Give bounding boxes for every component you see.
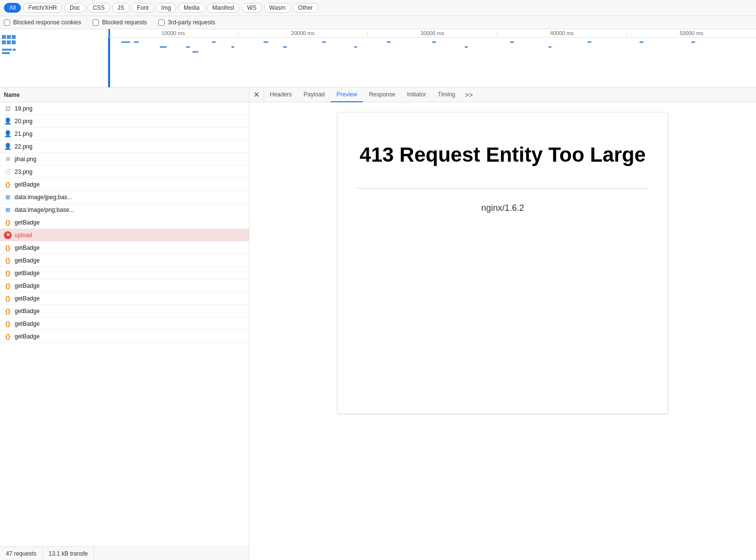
person-image-icon: 👤: [4, 117, 12, 125]
api-icon: {}: [4, 333, 12, 340]
list-item[interactable]: ⊞jihai.png: [0, 153, 249, 166]
timeline-bar: [283, 46, 287, 48]
filter-btn-css[interactable]: CSS: [87, 3, 110, 13]
item-name: getBadge: [15, 270, 39, 277]
list-item[interactable]: {}getBadge: [0, 267, 249, 280]
list-item[interactable]: {}getBadge: [0, 330, 249, 343]
devtools-panel: AllFetch/XHRDocCSSJSFontImgMediaManifest…: [0, 0, 756, 560]
timeline-area: 10000 ms 20000 ms 30000 ms 40000 ms 5000…: [0, 29, 756, 88]
tick-30000: 30000 ms: [367, 30, 497, 36]
api-icon: {}: [4, 282, 12, 290]
data-image-icon: ▦: [4, 206, 12, 214]
list-item[interactable]: ✕upload: [0, 229, 249, 242]
filter-btn-all[interactable]: All: [4, 3, 21, 13]
tab-initiator[interactable]: Initiator: [401, 88, 432, 102]
timeline-bar: [432, 41, 436, 43]
timeline-bar: [465, 46, 468, 48]
item-name: getBadge: [15, 244, 39, 251]
checkbox-3rd-party-requests[interactable]: 3rd-party requests: [158, 19, 215, 26]
api-icon: {}: [4, 244, 12, 252]
preview-divider: [357, 188, 648, 188]
request-count: 47 requests: [0, 547, 43, 560]
timeline-bar: [264, 41, 268, 43]
api-icon: {}: [4, 181, 12, 188]
item-name: 22.png: [15, 143, 33, 150]
tab-response[interactable]: Response: [363, 88, 401, 102]
request-list-panel: Name 🖼19.png👤20.png👤21.png👤22.png⊞jihai.…: [0, 88, 249, 560]
item-name: upload: [15, 232, 32, 239]
timeline-bar: [640, 41, 643, 43]
checkbox-row: Blocked response cookiesBlocked requests…: [0, 16, 756, 29]
person-image-icon: 👤: [4, 143, 12, 150]
filter-btn-fetch/xhr[interactable]: Fetch/XHR: [23, 3, 62, 13]
timeline-bar: [134, 41, 139, 43]
error-title: 413 Request Entity Too Large: [359, 142, 645, 168]
item-name: 20.png: [15, 118, 33, 125]
close-button[interactable]: ✕: [249, 88, 264, 102]
api-icon: {}: [4, 320, 12, 328]
tab-payload[interactable]: Payload: [298, 88, 330, 102]
preview-panel: ✕ HeadersPayloadPreviewResponseInitiator…: [249, 88, 756, 560]
more-tabs-button[interactable]: >>: [461, 88, 476, 102]
item-name: getBadge: [15, 320, 39, 327]
list-item[interactable]: 👤20.png: [0, 115, 249, 128]
transfer-size: 13.1 kB transfe: [43, 547, 94, 560]
timeline-bar: [510, 41, 514, 43]
filter-btn-media[interactable]: Media: [178, 3, 205, 13]
list-item[interactable]: {}getBadge: [0, 280, 249, 292]
checkbox-blocked-requests[interactable]: Blocked requests: [93, 19, 147, 26]
item-name: 23.png: [15, 168, 33, 175]
filter-btn-doc[interactable]: Doc: [64, 3, 85, 13]
checkbox-blocked-response-cookies[interactable]: Blocked response cookies: [4, 19, 81, 26]
list-item[interactable]: {}getBadge: [0, 242, 249, 254]
item-name: getBadge: [15, 257, 39, 264]
list-item[interactable]: 🖼19.png: [0, 102, 249, 115]
filter-btn-wasm[interactable]: Wasm: [264, 3, 291, 13]
timeline-bar: [322, 41, 326, 43]
filter-bar: AllFetch/XHRDocCSSJSFontImgMediaManifest…: [0, 0, 756, 16]
tab-timing[interactable]: Timing: [432, 88, 461, 102]
list-item[interactable]: ▦data:image/jpeg;bas...: [0, 191, 249, 204]
filter-btn-other[interactable]: Other: [293, 3, 318, 13]
preview-content: 413 Request Entity Too Large nginx/1.6.2: [249, 102, 756, 560]
timeline-bar: [160, 46, 167, 48]
api-icon: {}: [4, 307, 12, 315]
image-icon: 🖼: [4, 105, 12, 112]
filter-btn-manifest[interactable]: Manifest: [207, 3, 240, 13]
timeline-bar: [192, 51, 198, 53]
list-item[interactable]: 👤21.png: [0, 128, 249, 140]
timeline-bars: [108, 37, 756, 81]
item-name: getBadge: [15, 295, 39, 302]
filter-btn-ws[interactable]: WS: [242, 3, 262, 13]
list-item[interactable]: ▦data:image/png;base...: [0, 204, 249, 216]
timeline-bar: [387, 41, 391, 43]
list-item[interactable]: {}getBadge: [0, 254, 249, 267]
list-item[interactable]: {}getBadge: [0, 292, 249, 305]
tick-50000: 50000 ms: [626, 30, 756, 36]
filter-btn-js[interactable]: JS: [112, 3, 130, 13]
timeline-ruler: 10000 ms 20000 ms 30000 ms 40000 ms 5000…: [108, 29, 756, 37]
filter-btn-font[interactable]: Font: [132, 3, 154, 13]
list-item[interactable]: 📄23.png: [0, 166, 249, 178]
api-icon: {}: [4, 257, 12, 264]
server-info: nginx/1.6.2: [481, 203, 524, 213]
preview-card: 413 Request Entity Too Large nginx/1.6.2: [337, 112, 668, 414]
timeline-bar: [548, 46, 551, 48]
item-name: getBadge: [15, 219, 39, 226]
list-item[interactable]: {}getBadge: [0, 178, 249, 191]
timeline-grid-icon: [2, 35, 17, 55]
name-column-header: Name: [0, 90, 136, 100]
list-item[interactable]: {}getBadge: [0, 305, 249, 317]
data-image-icon: ▦: [4, 193, 12, 201]
timeline-content: 10000 ms 20000 ms 30000 ms 40000 ms 5000…: [108, 29, 756, 87]
tab-headers[interactable]: Headers: [264, 88, 298, 102]
request-list[interactable]: 🖼19.png👤20.png👤21.png👤22.png⊞jihai.png📄2…: [0, 102, 249, 546]
tab-preview[interactable]: Preview: [331, 88, 363, 102]
api-icon: {}: [4, 269, 12, 277]
timeline-bar: [212, 41, 216, 43]
list-item[interactable]: {}getBadge: [0, 216, 249, 229]
list-item[interactable]: 👤22.png: [0, 140, 249, 153]
filter-btn-img[interactable]: Img: [156, 3, 176, 13]
list-item[interactable]: {}getBadge: [0, 317, 249, 330]
item-name: getBadge: [15, 333, 39, 340]
